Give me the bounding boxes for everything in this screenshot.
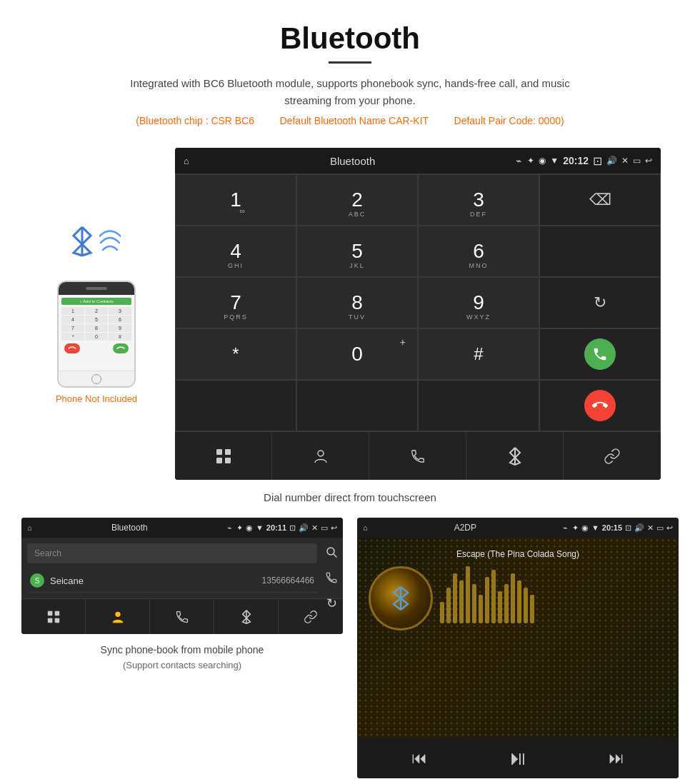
dial-key-hash[interactable]: #	[418, 328, 539, 380]
refresh-icon: ↻	[594, 293, 606, 312]
key-1-sub: ∞	[240, 206, 246, 215]
music-screen: ⌂ A2DP ⌁ ✦ ◉ ▼ 20:15 ⊡ 🔊 ✕ ▭ ↩	[357, 518, 679, 778]
title-divider	[329, 61, 371, 64]
status-icons: ✦ ◉ ▼ 20:12 ⊡ 🔊 ✕ ▭ ↩	[527, 154, 652, 168]
refresh-pb-icon[interactable]: ↻	[323, 595, 340, 612]
dial-key-2[interactable]: 2 ABC	[296, 174, 418, 226]
dial-bottom-grid[interactable]	[175, 432, 272, 480]
phone-not-included-label: Phone Not Included	[56, 393, 137, 404]
music-vol-icon: 🔊	[634, 523, 644, 533]
pb-rect-icon: ▭	[321, 523, 328, 533]
contact-row[interactable]: S Seicane 13566664466	[27, 569, 317, 593]
status-home-icon: ⌂	[184, 156, 189, 166]
music-controls: ⏮ ⏯ ⏭	[357, 738, 679, 778]
bt-status-icon: ✦	[527, 156, 534, 166]
phonebook-content: Search S Seicane 13566664466	[21, 538, 343, 598]
phone-key-6: 6	[109, 316, 131, 323]
rect-icon: ▭	[633, 156, 641, 166]
music-title: A2DP	[372, 523, 559, 533]
pb-status-bar: ⌂ Bluetooth ⌁ ✦ ◉ ▼ 20:11 ⊡ 🔊 ✕ ▭ ↩	[21, 518, 343, 538]
eq-bar	[498, 591, 502, 623]
search-bar[interactable]: Search	[27, 543, 317, 563]
pb-bt-btn[interactable]	[214, 599, 279, 634]
eq-bar	[485, 577, 489, 623]
pb-sig-icon: ▼	[256, 523, 264, 532]
pb-caption-text: Sync phone-book from mobile phone	[101, 644, 264, 655]
dial-key-8[interactable]: 8 TUV	[296, 277, 418, 328]
dial-key-7[interactable]: 7 PQRS	[175, 277, 296, 328]
star-symbol: *	[232, 344, 239, 364]
camera-icon: ⊡	[593, 154, 602, 168]
phone-key-9: 9	[109, 324, 131, 332]
dial-bottom-bt[interactable]	[466, 432, 564, 480]
search-icon[interactable]	[323, 543, 340, 561]
dial-bottom-phone[interactable]	[369, 432, 466, 480]
svg-rect-10	[54, 610, 59, 615]
person-icon	[313, 448, 329, 464]
dial-key-star[interactable]: *	[175, 328, 296, 380]
phone-call-icon[interactable]	[323, 569, 340, 586]
usb-icon: ⌁	[516, 155, 521, 166]
refresh-pb-svg-icon: ↻	[326, 595, 337, 611]
music-x-icon: ✕	[647, 523, 654, 533]
dial-key-6[interactable]: 6 MNO	[418, 226, 539, 277]
eq-bar	[440, 602, 444, 623]
eq-bar	[453, 573, 457, 623]
wifi-arcs-icon	[99, 227, 121, 256]
page-title: Bluetooth	[14, 21, 686, 56]
search-placeholder: Search	[34, 548, 61, 558]
prev-btn[interactable]: ⏮	[411, 749, 427, 768]
dial-bottom-link[interactable]	[564, 432, 661, 480]
dial-empty-5b	[296, 380, 418, 431]
search-svg-icon	[325, 546, 338, 558]
phone-key-star: *	[61, 333, 84, 341]
pb-back-icon: ↩	[331, 523, 337, 533]
pb-grid-btn[interactable]	[21, 599, 86, 634]
next-btn[interactable]: ⏭	[609, 749, 624, 768]
pb-person-btn[interactable]	[86, 599, 150, 634]
pb-phone-btn[interactable]	[150, 599, 214, 634]
phone-key-1: 1	[61, 307, 84, 315]
svg-rect-4	[225, 458, 231, 463]
play-pause-btn[interactable]: ⏯	[508, 746, 528, 770]
key-4-letters: GHI	[228, 262, 244, 269]
dial-empty-5a	[175, 380, 296, 431]
phone-mockup-left: + Add to Contacts 1 2 3 4 5 6 7 8 9 * 0 …	[39, 148, 154, 480]
dial-key-refresh[interactable]: ↻	[539, 277, 661, 328]
dial-key-0[interactable]: 0 +	[296, 328, 418, 380]
call-green-btn[interactable]	[584, 338, 616, 370]
dial-key-4[interactable]: 4 GHI	[175, 226, 296, 277]
phone-key-5: 5	[85, 316, 108, 323]
eq-bar	[466, 566, 470, 623]
dial-key-1[interactable]: 1 ∞	[175, 174, 296, 226]
eq-bar	[524, 588, 528, 623]
call-red-btn[interactable]	[584, 390, 616, 421]
dial-key-call-red[interactable]	[539, 380, 661, 431]
location-icon: ◉	[539, 156, 546, 166]
phonebook-panel: ⌂ Bluetooth ⌁ ✦ ◉ ▼ 20:11 ⊡ 🔊 ✕ ▭ ↩	[21, 518, 343, 779]
key-9-letters: WXYZ	[466, 313, 491, 321]
dial-key-3[interactable]: 3 DEF	[418, 174, 539, 226]
dial-section: + Add to Contacts 1 2 3 4 5 6 7 8 9 * 0 …	[0, 148, 700, 480]
dial-key-backspace[interactable]: ⌫	[539, 174, 661, 226]
dial-key-9[interactable]: 9 WXYZ	[418, 277, 539, 328]
eq-bar	[472, 584, 476, 623]
status-time: 20:12	[563, 155, 589, 166]
x-icon: ✕	[621, 156, 629, 166]
svg-point-13	[115, 611, 120, 616]
contact-number: 13566664466	[262, 576, 314, 585]
hash-symbol: #	[474, 344, 483, 364]
key-4-number: 4	[230, 240, 241, 263]
svg-rect-2	[225, 449, 231, 455]
music-cam-icon: ⊡	[625, 523, 631, 533]
key-8-number: 8	[351, 291, 363, 314]
pb-person-icon	[111, 610, 125, 624]
spec-chip: (Bluetooth chip : CSR BC6	[136, 115, 254, 126]
dial-key-5[interactable]: 5 JKL	[296, 226, 418, 277]
back-icon: ↩	[645, 156, 652, 166]
key-2-number: 2	[351, 189, 363, 211]
svg-rect-11	[47, 618, 52, 623]
dial-key-call-green[interactable]	[539, 328, 661, 380]
pb-loc-icon: ◉	[246, 523, 253, 533]
dial-bottom-person[interactable]	[272, 432, 369, 480]
